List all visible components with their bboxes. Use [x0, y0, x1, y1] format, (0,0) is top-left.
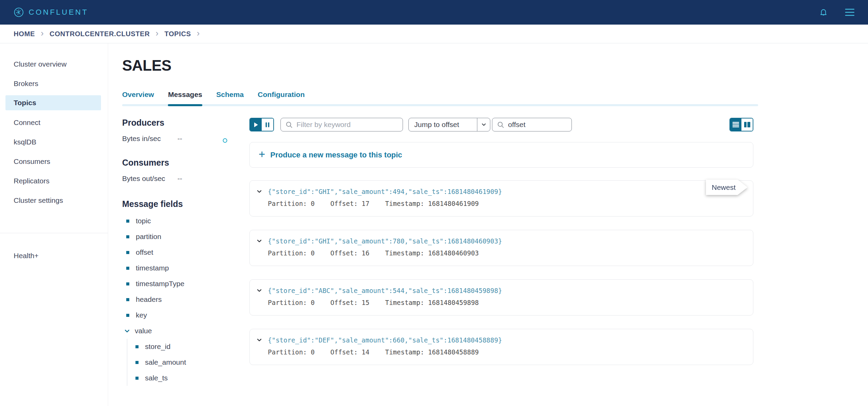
expand-message-button[interactable]: [256, 337, 262, 343]
list-view-button[interactable]: [730, 118, 741, 131]
expand-message-button[interactable]: [256, 238, 262, 244]
chevron-down-icon: [256, 188, 262, 195]
field-label: value: [135, 327, 152, 335]
list-view-icon: [733, 122, 739, 127]
field-item-value[interactable]: value: [122, 323, 249, 339]
pause-button[interactable]: [262, 118, 273, 131]
top-navbar: CONFLUENT: [0, 0, 868, 25]
sidebar-item-ksqldb[interactable]: ksqlDB: [0, 132, 108, 152]
sidebar-item-cluster-overview[interactable]: Cluster overview: [0, 54, 108, 74]
field-item-sale-amount[interactable]: sale_amount: [127, 354, 249, 370]
sidebar-item-health-plus[interactable]: Health+: [0, 246, 108, 265]
partition-value: 0: [311, 299, 315, 306]
sidebar-item-consumers[interactable]: Consumers: [0, 152, 108, 171]
breadcrumb-cluster[interactable]: CONTROLCENTER.CLUSTER: [49, 30, 150, 38]
timestamp-label: Timestamp:: [385, 200, 424, 207]
sidebar-item-label: ksqlDB: [14, 138, 37, 146]
field-item-headers[interactable]: headers: [122, 292, 249, 307]
field-label: topic: [136, 217, 151, 225]
field-label: timestamp: [136, 264, 169, 272]
card-view-button[interactable]: [741, 118, 753, 131]
breadcrumb-home[interactable]: HOME: [14, 30, 35, 38]
message-value: {"store_id":"ABC","sale_amount":544,"sal…: [268, 287, 502, 294]
producers-heading: Producers: [122, 118, 249, 128]
sidebar-item-cluster-settings[interactable]: Cluster settings: [0, 191, 108, 210]
sidebar-item-replicators[interactable]: Replicators: [0, 171, 108, 191]
offset-field[interactable]: [508, 121, 567, 129]
value-children: store_id sale_amount sale_ts: [127, 339, 249, 386]
timestamp-value: 1681480461909: [428, 200, 479, 207]
filter-keyword-field[interactable]: [296, 121, 398, 129]
menu-icon[interactable]: [845, 9, 854, 16]
partition-label: Partition:: [268, 200, 307, 207]
field-bullet-icon: [126, 251, 129, 254]
bell-icon[interactable]: [819, 8, 828, 17]
bytes-in-metric: Bytes in/sec --: [122, 135, 249, 143]
breadcrumb-separator: ›: [156, 28, 159, 38]
timestamp-value: 1681480458889: [428, 348, 479, 356]
field-item-store-id[interactable]: store_id: [127, 339, 249, 354]
sidebar-item-connect[interactable]: Connect: [0, 113, 108, 132]
page-title: SALES: [122, 57, 753, 74]
filter-input[interactable]: [280, 118, 403, 131]
sidebar-divider: [0, 233, 108, 233]
tab-messages[interactable]: Messages: [168, 90, 202, 106]
offset-label: Offset:: [330, 348, 358, 356]
field-item-partition[interactable]: partition: [122, 229, 249, 244]
metric-value: --: [177, 135, 182, 143]
field-item-timestamptype[interactable]: timestampType: [122, 276, 249, 292]
chevron-down-icon: [256, 238, 262, 244]
message-card: Newest {"store_id":"GHI","sale_amount":4…: [249, 180, 753, 216]
field-item-key[interactable]: key: [122, 307, 249, 323]
expand-message-button[interactable]: [256, 288, 262, 294]
offset-value: 14: [362, 348, 370, 356]
pause-icon: [265, 122, 270, 127]
field-label: headers: [136, 295, 162, 304]
sidebar-item-label: Replicators: [14, 177, 49, 185]
sidebar-item-brokers[interactable]: Brokers: [0, 74, 108, 93]
partition-label: Partition:: [268, 348, 307, 356]
sidebar: Cluster overview Brokers Topics Connect …: [0, 43, 108, 406]
field-label: partition: [136, 233, 161, 241]
message-meta: Partition: 0 Offset: 14 Timestamp: 16814…: [268, 348, 753, 356]
chevron-down-icon: [256, 288, 262, 294]
field-item-sale-ts[interactable]: sale_ts: [127, 370, 249, 386]
card-view-icon: [744, 122, 750, 127]
field-item-topic[interactable]: topic: [122, 213, 249, 229]
chevron-down-icon[interactable]: [477, 118, 490, 131]
timestamp-value: 1681480459898: [428, 299, 479, 306]
message-card: {"store_id":"GHI","sale_amount":780,"sal…: [249, 230, 753, 266]
jump-to-offset-select[interactable]: Jump to offset: [408, 118, 490, 131]
timestamp-label: Timestamp:: [385, 299, 424, 306]
field-item-timestamp[interactable]: timestamp: [122, 260, 249, 276]
offset-search-input[interactable]: [492, 118, 572, 131]
breadcrumb-separator: ›: [41, 28, 44, 38]
message-value: {"store_id":"GHI","sale_amount":494,"sal…: [268, 188, 502, 195]
sidebar-item-topics[interactable]: Topics: [5, 95, 101, 110]
view-toggle-group: [729, 118, 753, 131]
confluent-logo[interactable]: CONFLUENT: [14, 7, 88, 17]
message-meta: Partition: 0 Offset: 15 Timestamp: 16814…: [268, 299, 753, 306]
metric-label: Bytes in/sec: [122, 135, 177, 143]
sidebar-item-label: Cluster settings: [14, 196, 63, 205]
partition-value: 0: [311, 348, 315, 356]
breadcrumb-topics[interactable]: TOPICS: [164, 30, 191, 38]
offset-label: Offset:: [330, 299, 358, 306]
loading-spinner: [223, 138, 227, 143]
field-bullet-icon: [135, 345, 139, 348]
expand-message-button[interactable]: [256, 188, 262, 195]
partition-value: 0: [311, 249, 315, 257]
offset-value: 17: [362, 200, 370, 207]
field-bullet-icon: [126, 314, 129, 317]
metric-value: --: [177, 174, 182, 183]
newest-tag: Newest: [706, 180, 748, 195]
field-bullet-icon: [135, 361, 139, 364]
tab-configuration[interactable]: Configuration: [258, 90, 305, 106]
field-bullet-icon: [126, 235, 129, 238]
tab-schema[interactable]: Schema: [216, 90, 244, 106]
tab-overview[interactable]: Overview: [122, 90, 154, 106]
play-button[interactable]: [250, 118, 262, 131]
field-item-offset[interactable]: offset: [122, 244, 249, 260]
produce-message-button[interactable]: + Produce a new message to this topic: [249, 142, 753, 168]
plus-icon: +: [259, 149, 265, 160]
